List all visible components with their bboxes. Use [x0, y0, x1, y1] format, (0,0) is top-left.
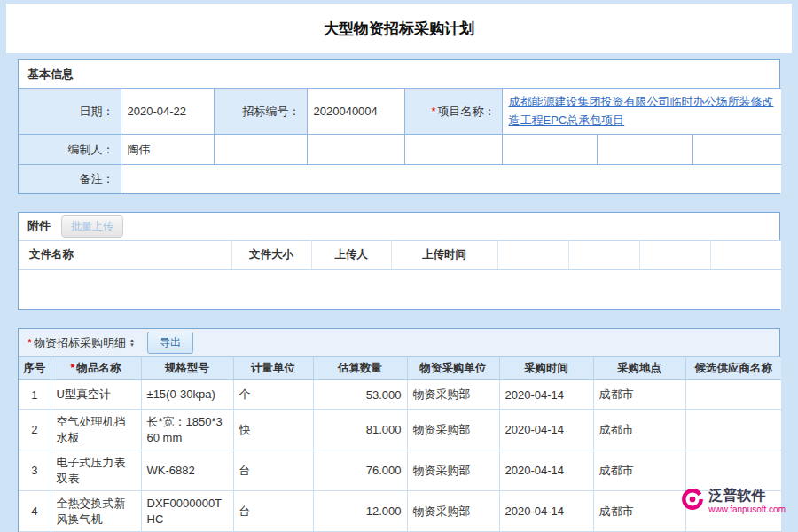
header-uploader: 上传人 — [311, 240, 391, 269]
cell-supplier — [685, 450, 781, 491]
basic-info-strip: 基本信息 — [19, 60, 779, 88]
empty-cell — [502, 135, 597, 165]
header-seq: 序号 — [19, 357, 51, 380]
cell-purchase-place: 成都市 — [593, 491, 685, 532]
empty-cell — [404, 135, 502, 165]
header-empty — [568, 240, 639, 269]
bid-number-label: 招标编号： — [214, 89, 307, 135]
cell-purchase-dept: 物资采购部 — [407, 410, 499, 450]
cell-item-name: U型真空计 — [51, 380, 141, 410]
remark-label: 备注： — [19, 165, 121, 193]
attachments-empty-row — [19, 269, 781, 309]
empty-cell — [307, 135, 404, 165]
detail-header-row: 序号 *物品名称 规格型号 计量单位 估算数量 物资采购单位 采购时间 采购地点… — [19, 357, 781, 380]
table-row: 4 全热交换式新风换气机 DXF0000000THC 台 12.000 物资采购… — [19, 491, 781, 532]
cell-seq: 2 — [19, 410, 51, 450]
header-empty — [639, 240, 710, 269]
cell-supplier — [685, 380, 781, 410]
header-unit: 计量单位 — [233, 357, 313, 380]
cell-seq: 1 — [19, 380, 51, 410]
table-row: 1 U型真空计 ±15(0-30kpa) 个 53.000 物资采购部 2020… — [19, 380, 781, 410]
attachments-title: 附件 — [27, 218, 51, 234]
page-title: 大型物资招标采购计划 — [324, 19, 474, 39]
detail-section: * 物资招标采购明细 ▲ ▼ 导出 序号 *物品名称 规格型号 计量单位 估算数… — [18, 328, 780, 532]
cell-seq: 4 — [19, 491, 51, 532]
empty-cell — [214, 135, 307, 165]
cell-purchase-place: 成都市 — [593, 410, 685, 450]
cell-spec: 长*宽：1850*360 mm — [141, 410, 233, 450]
header-file-size: 文件大小 — [231, 240, 311, 269]
bid-number-value: 2020040004 — [307, 89, 404, 135]
cell-qty: 53.000 — [313, 380, 407, 410]
required-asterisk: * — [71, 362, 75, 374]
basic-info-row-2: 编制人： 陶伟 — [19, 135, 781, 165]
header-empty — [710, 240, 781, 269]
cell-unit: 个 — [233, 380, 313, 410]
date-label: 日期： — [19, 89, 121, 135]
basic-info-row-3: 备注： — [19, 165, 781, 193]
project-name-label: 项目名称： — [438, 105, 496, 118]
attachments-strip: 附件 批量上传 — [19, 213, 779, 240]
attachments-section: 附件 批量上传 文件名称 文件大小 上传人 上传时间 — [18, 212, 780, 311]
cell-purchase-place: 成都市 — [593, 450, 685, 491]
header-qty: 估算数量 — [313, 357, 407, 380]
title-band: 大型物资招标采购计划 — [6, 4, 792, 53]
header-purchase-dept: 物资采购单位 — [407, 357, 499, 380]
cell-qty: 12.000 — [313, 491, 407, 532]
cell-qty: 81.000 — [313, 410, 407, 450]
cell-qty: 76.000 — [313, 450, 407, 491]
remark-value — [121, 165, 781, 193]
basic-info-row-1: 日期： 2020-04-22 招标编号： 2020040004 *项目名称： 成… — [19, 89, 781, 135]
cell-supplier — [685, 410, 781, 450]
header-purchase-place: 采购地点 — [593, 357, 685, 380]
batch-upload-button[interactable]: 批量上传 — [61, 215, 123, 238]
sort-icon[interactable]: ▲ ▼ — [129, 339, 135, 348]
empty-cell — [19, 269, 781, 309]
header-file-name: 文件名称 — [19, 240, 231, 269]
cell-spec: ±15(0-30kpa) — [141, 380, 233, 410]
header-item-name: *物品名称 — [51, 357, 141, 380]
cell-purchase-dept: 物资采购部 — [407, 380, 499, 410]
detail-title: 物资招标采购明细 — [34, 335, 126, 351]
cell-purchase-date: 2020-04-14 — [499, 410, 593, 450]
basic-info-section: 基本信息 日期： 2020-04-22 招标编号： 2020040004 *项目… — [18, 59, 780, 194]
cell-purchase-date: 2020-04-14 — [499, 491, 593, 532]
cell-unit: 快 — [233, 410, 313, 450]
cell-purchase-dept: 物资采购部 — [407, 491, 499, 532]
creator-value: 陶伟 — [121, 135, 214, 165]
detail-strip: * 物资招标采购明细 ▲ ▼ 导出 — [19, 329, 779, 356]
cell-purchase-place: 成都市 — [593, 380, 685, 410]
sort-down-icon: ▼ — [129, 343, 135, 348]
brand-name: 泛普软件 — [708, 488, 786, 504]
brand-website: www.fanpusoft.com — [708, 504, 786, 515]
attachments-header-row: 文件名称 文件大小 上传人 上传时间 — [19, 240, 781, 269]
header-item-name-label: 物品名称 — [76, 362, 121, 374]
header-upload-time: 上传时间 — [391, 240, 497, 269]
table-row: 3 电子式压力表双表 WK-6882 台 76.000 物资采购部 2020-0… — [19, 450, 781, 491]
footer-brand: 泛普软件 www.fanpusoft.com — [681, 488, 786, 515]
detail-table: 序号 *物品名称 规格型号 计量单位 估算数量 物资采购单位 采购时间 采购地点… — [19, 356, 781, 532]
fanpu-logo-icon — [681, 488, 704, 514]
basic-info-table: 日期： 2020-04-22 招标编号： 2020040004 *项目名称： 成… — [19, 88, 781, 193]
cell-unit: 台 — [233, 450, 313, 491]
required-asterisk: * — [431, 105, 435, 118]
cell-spec: WK-6882 — [141, 450, 233, 491]
export-button[interactable]: 导出 — [147, 332, 193, 354]
empty-cell — [597, 135, 692, 165]
empty-cell — [692, 135, 781, 165]
attachments-table: 文件名称 文件大小 上传人 上传时间 — [19, 240, 781, 310]
cell-item-name: 全热交换式新风换气机 — [51, 491, 141, 532]
cell-spec: DXF0000000THC — [141, 491, 233, 532]
project-name-cell: 成都能源建设集团投资有限公司临时办公场所装修改造工程EPC总承包项目 — [502, 89, 781, 135]
cell-item-name: 电子式压力表双表 — [51, 450, 141, 491]
header-purchase-date: 采购时间 — [499, 357, 593, 380]
cell-seq: 3 — [19, 450, 51, 491]
cell-purchase-date: 2020-04-14 — [499, 380, 593, 410]
project-name-link[interactable]: 成都能源建设集团投资有限公司临时办公场所装修改造工程EPC总承包项目 — [509, 95, 774, 126]
project-name-label-cell: *项目名称： — [404, 89, 502, 135]
date-value: 2020-04-22 — [121, 89, 214, 135]
header-empty — [497, 240, 568, 269]
cell-purchase-date: 2020-04-14 — [499, 450, 593, 491]
cell-purchase-dept: 物资采购部 — [407, 450, 499, 491]
creator-label: 编制人： — [19, 135, 121, 165]
